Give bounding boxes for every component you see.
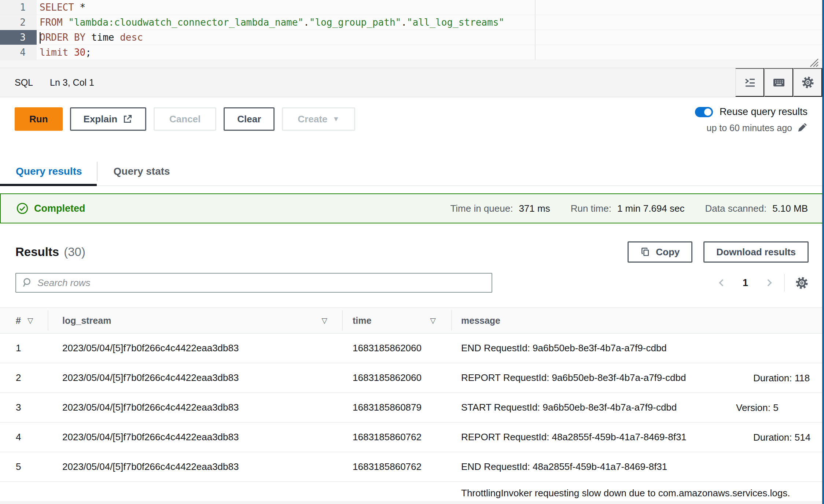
- cursor-position-label: Ln 3, Col 1: [50, 77, 94, 88]
- results-toolbar: 1: [0, 273, 824, 293]
- sql-token: "all_log_streams": [407, 17, 504, 28]
- download-results-button[interactable]: Download results: [703, 241, 809, 263]
- table-header-row: # ▽ log_stream ▽ time ▽ message: [0, 307, 824, 334]
- editor-print-margin: [535, 0, 536, 60]
- horizontal-scrollbar-track[interactable]: [0, 501, 822, 504]
- chevron-down-icon: ▼: [332, 115, 339, 123]
- sql-token: FROM: [40, 17, 68, 28]
- sort-icon[interactable]: ▽: [27, 316, 33, 325]
- format-query-button[interactable]: [735, 68, 764, 97]
- editor-language-label: SQL: [15, 77, 33, 88]
- table-row: 5 2023/05/04/[5]f7b0f266c4c4422eaa3db83 …: [0, 452, 824, 482]
- results-tabs: Query results Query stats: [0, 158, 824, 186]
- sql-token: .: [401, 17, 407, 28]
- keyboard-shortcuts-button[interactable]: [764, 68, 793, 97]
- edit-pencil-icon[interactable]: [797, 122, 808, 133]
- message-extra: Version: 5: [736, 402, 779, 413]
- search-rows-input[interactable]: [37, 277, 486, 289]
- chevron-right-icon: [764, 278, 774, 288]
- tab-query-results[interactable]: Query results: [0, 158, 97, 185]
- sql-editor[interactable]: 1 SELECT * 2 FROM "lambda:cloudwatch_con…: [0, 0, 824, 60]
- create-button-label: Create: [298, 114, 327, 125]
- copy-button-label: Copy: [656, 247, 680, 258]
- editor-resize-handle[interactable]: [809, 58, 819, 67]
- results-count: (30): [64, 245, 85, 259]
- column-header-message[interactable]: message: [451, 308, 824, 333]
- column-header-num[interactable]: # ▽: [0, 308, 48, 333]
- explain-button[interactable]: Explain: [70, 107, 146, 131]
- search-icon: [22, 277, 33, 288]
- cancel-button[interactable]: Cancel: [154, 107, 216, 131]
- editor-settings-button[interactable]: [793, 68, 822, 97]
- explain-button-label: Explain: [84, 114, 117, 125]
- line-number: 4: [0, 45, 37, 60]
- line-number-active: 3: [0, 30, 37, 45]
- sort-icon[interactable]: ▽: [430, 316, 436, 325]
- next-page-button[interactable]: [764, 278, 774, 288]
- code-line-4: 4 limit 30;: [0, 45, 824, 60]
- editor-toolbar: [735, 68, 822, 97]
- reuse-results-sub-label: up to 60 minutes ago: [707, 123, 792, 133]
- tab-query-stats[interactable]: Query stats: [98, 158, 186, 185]
- results-title: Results: [15, 245, 59, 259]
- column-header-time[interactable]: time ▽: [342, 308, 451, 333]
- current-page-number[interactable]: 1: [743, 277, 748, 289]
- reuse-results-label: Reuse query results: [720, 106, 808, 118]
- editor-statusbar: SQL Ln 3, Col 1: [0, 68, 824, 97]
- pagination: 1: [717, 274, 809, 292]
- reuse-query-results: Reuse query results up to 60 minutes ago: [695, 106, 808, 133]
- sql-token: "log_group_path": [309, 17, 401, 28]
- gear-icon: [801, 76, 814, 89]
- line-number: 1: [0, 0, 37, 15]
- check-circle-icon: [16, 202, 29, 215]
- sql-token: *: [80, 2, 86, 13]
- code-line-1: 1 SELECT *: [0, 0, 824, 15]
- data-scanned-stat: Data scanned:5.10 MB: [705, 203, 808, 214]
- sql-token: ORDER BY: [40, 32, 91, 43]
- results-header: Results (30) Copy Download results: [0, 240, 824, 264]
- table-preferences-button[interactable]: [795, 276, 809, 290]
- window-edge: [822, 0, 824, 504]
- query-status-text: Completed: [34, 203, 85, 214]
- copy-button[interactable]: Copy: [628, 241, 692, 263]
- message-extra: Duration: 514: [753, 431, 810, 443]
- code-line-2: 2 FROM "lambda:cloudwatch_connector_lamb…: [0, 15, 824, 30]
- editor-footer: [0, 60, 824, 68]
- keyboard-icon: [772, 76, 786, 89]
- sql-token: 30: [74, 47, 85, 58]
- gear-icon: [795, 276, 809, 290]
- sql-token: limit: [40, 47, 74, 58]
- run-button[interactable]: Run: [15, 107, 63, 131]
- message-extra: Duration: 118: [753, 372, 810, 383]
- sql-token: .: [304, 17, 309, 28]
- line-number: 2: [0, 15, 37, 30]
- table-row-partial: ThrottlingInvoker requesting slow down d…: [0, 482, 824, 504]
- create-dropdown-button[interactable]: Create ▼: [282, 107, 355, 131]
- sql-token: desc: [120, 32, 143, 43]
- reuse-results-toggle[interactable]: [695, 107, 713, 117]
- code-line-3-active: 3 ORDER BY time desc: [0, 30, 824, 45]
- chevron-left-icon: [717, 278, 726, 288]
- sql-token: time: [91, 32, 120, 43]
- sql-token: "lambda:cloudwatch_connector_lambda_name…: [68, 17, 304, 28]
- table-row: 1 2023/05/04/[5]f7b0f266c4c4422eaa3db83 …: [0, 334, 824, 363]
- copy-icon: [640, 247, 651, 257]
- results-table: # ▽ log_stream ▽ time ▽ message 1 2023/0…: [0, 307, 824, 504]
- run-time-stat: Run time:1 min 7.694 sec: [571, 203, 685, 214]
- search-box: [15, 273, 492, 293]
- previous-page-button[interactable]: [717, 278, 726, 288]
- column-header-log-stream[interactable]: log_stream ▽: [48, 308, 342, 333]
- sql-token: SELECT: [40, 2, 80, 13]
- sql-token: ;: [85, 47, 91, 58]
- clear-button[interactable]: Clear: [224, 107, 275, 131]
- query-status-banner: Completed Time in queue:371 ms Run time:…: [0, 193, 824, 223]
- table-row: 4 2023/05/04/[5]f7b0f266c4c4422eaa3db83 …: [0, 423, 824, 452]
- external-link-icon: [122, 114, 133, 124]
- sort-icon[interactable]: ▽: [322, 316, 327, 325]
- time-in-queue-stat: Time in queue:371 ms: [450, 203, 550, 214]
- table-row: 2 2023/05/04/[5]f7b0f266c4c4422eaa3db83 …: [0, 363, 824, 393]
- pager-divider: [784, 274, 785, 292]
- query-actions: Run Explain Cancel Clear Create ▼ Reuse …: [0, 97, 824, 158]
- table-row: 3 2023/05/04/[5]f7b0f266c4c4422eaa3db83 …: [0, 393, 824, 423]
- format-icon: [743, 76, 757, 89]
